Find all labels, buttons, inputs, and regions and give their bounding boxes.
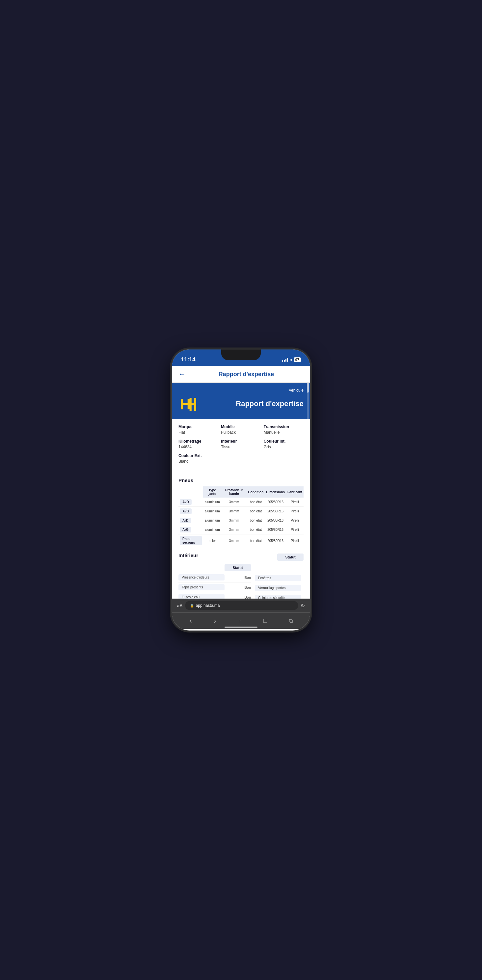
tire-type-jante: aluminium [203, 507, 221, 516]
tire-type-jante: aluminium [203, 498, 221, 507]
hero-report-title: Rapport d'expertise [201, 399, 303, 408]
status-icons: ≈ 97 [282, 357, 301, 362]
interior-value: Bon [225, 595, 251, 599]
scroll-indicator [307, 383, 309, 419]
interior-left-col: Statut Présence d'odeurs Bon Tapis prése… [179, 564, 251, 598]
interior-label: Fuites d'eau [179, 594, 225, 598]
pneus-section: Pneus Type jante Profondeur bande Condit… [172, 477, 310, 552]
interior-right-row: Fenêtres Bon [255, 573, 310, 583]
info-transmission: Transmission Manuelle [264, 425, 303, 435]
interior-section: Intérieur Statut Statut Présence d'odeur… [172, 552, 310, 598]
tire-type-jante: acier [203, 535, 221, 547]
browser-aa-button[interactable]: aA [177, 603, 183, 608]
tire-condition: bon état [247, 507, 265, 516]
tire-dimensions: 205/80R16 [265, 535, 286, 547]
interior-left-row: Tapis présents Bon [179, 582, 251, 592]
tire-label: ArD [180, 518, 191, 523]
tire-profondeur: 3mmm [221, 516, 247, 525]
col-type-jante: Type jante [203, 486, 221, 498]
interior-left-row: Fuites d'eau Bon [179, 592, 251, 598]
nav-tabs-button[interactable]: ⧉ [285, 616, 297, 627]
company-logo: H [179, 395, 201, 413]
tire-label: Pneu secours [180, 536, 202, 545]
info-interieur: Intérieur Tissu [221, 439, 261, 450]
tire-profondeur: 3mmm [221, 535, 247, 547]
tire-dimensions: 205/80R16 [265, 516, 286, 525]
interior-right-col: Fenêtres Bon Verrouillage portes Bon Cei… [255, 564, 310, 598]
home-indicator [225, 627, 257, 628]
info-couleur-int: Couleur Int. Gris [264, 439, 303, 450]
col-profondeur: Profondeur bande [221, 486, 247, 498]
wifi-icon: ≈ [290, 357, 292, 362]
reload-button[interactable]: ↻ [301, 603, 305, 609]
tire-row: AvD aluminium 3mmm bon état 205/80R16 Pi… [179, 498, 303, 507]
back-button[interactable]: ← [179, 370, 186, 379]
lock-icon: 🔒 [190, 604, 194, 608]
nav-back-button[interactable]: ‹ [185, 614, 196, 628]
tire-type-jante: aluminium [203, 516, 221, 525]
interior-title: Intérieur [179, 552, 198, 558]
tires-table: Type jante Profondeur bande Condition Di… [179, 486, 303, 547]
tire-dimensions: 205/80R16 [265, 525, 286, 535]
tire-label: AvD [180, 499, 192, 505]
svg-text:H: H [180, 396, 191, 413]
nav-forward-button[interactable]: › [210, 614, 220, 628]
col-condition: Condition [247, 486, 265, 498]
vehicle-info-section: Marque Fiat Modèle Fullback Transmission… [172, 419, 310, 477]
phone-frame: 11:14 ≈ 97 ← Rapport d'expertise véhicul… [172, 350, 310, 630]
tire-label: AvG [180, 508, 192, 514]
interior-label: Tapis présents [179, 584, 225, 590]
notch [221, 350, 261, 360]
tire-fabricant: Pirelli [286, 498, 303, 507]
tire-condition: bon état [247, 498, 265, 507]
interior-right-row: Ceintures sécurité Bon [255, 593, 310, 598]
tire-condition: bon état [247, 516, 265, 525]
info-modele: Modèle Fullback [221, 425, 261, 435]
pneus-title: Pneus [179, 477, 303, 483]
app-header: ← Rapport d'expertise [172, 366, 310, 383]
tire-fabricant: Pirelli [286, 525, 303, 535]
tire-fabricant: Pirelli [286, 516, 303, 525]
interior-value: Bon [225, 576, 251, 579]
interior-two-col: Statut Présence d'odeurs Bon Tapis prése… [179, 564, 303, 598]
divider-1 [179, 468, 303, 468]
col-fabricant: Fabricant [286, 486, 303, 498]
nav-share-button[interactable]: ↑ [234, 614, 245, 627]
statut-header-right: Statut [277, 554, 303, 561]
tire-row: ArG aluminium 3mmm bon état 205/80R16 Pi… [179, 525, 303, 535]
status-time: 11:14 [181, 356, 195, 363]
interior-right-items: Fenêtres Bon Verrouillage portes Bon Cei… [255, 573, 310, 598]
interior-value: Bon [301, 586, 310, 590]
interior-label: Ceintures sécurité [255, 595, 301, 598]
tire-label: ArG [180, 527, 191, 533]
tire-row: ArD aluminium 3mmm bon état 205/80R16 Pi… [179, 516, 303, 525]
statut-header-left: Statut [225, 564, 251, 571]
page-title: Rapport d'expertise [189, 371, 303, 378]
url-bar[interactable]: 🔒 app.hasta.ma [185, 601, 298, 610]
status-bar: 11:14 ≈ 97 [172, 350, 310, 366]
tire-profondeur: 3mmm [221, 498, 247, 507]
interior-right-row: Verrouillage portes Bon [255, 583, 310, 593]
scroll-container[interactable]: véhicule H Rapport d'expertise [172, 383, 310, 598]
info-kilometrage: Kilométrage 144634 [179, 439, 218, 450]
interior-left-items: Présence d'odeurs Bon Tapis présents Bon… [179, 573, 251, 598]
tire-dimensions: 205/80R16 [265, 507, 286, 516]
tire-row: AvG aluminium 3mmm bon état 205/80R16 Pi… [179, 507, 303, 516]
tire-dimensions: 205/80R16 [265, 498, 286, 507]
hero-section: véhicule H Rapport d'expertise [172, 383, 310, 419]
info-marque: Marque Fiat [179, 425, 218, 435]
nav-bookmarks-button[interactable]: □ [259, 615, 271, 627]
tire-profondeur: 3mmm [221, 507, 247, 516]
url-text: app.hasta.ma [196, 603, 220, 608]
hero-vehicle-label: véhicule [179, 388, 303, 393]
tire-type-jante: aluminium [203, 525, 221, 535]
interior-value: Bon [301, 576, 310, 580]
tire-profondeur: 3mmm [221, 525, 247, 535]
tire-condition: bon état [247, 535, 265, 547]
tire-fabricant: Pirelli [286, 507, 303, 516]
col-dimensions: Dimensions [265, 486, 286, 498]
interior-label: Verrouillage portes [255, 585, 301, 591]
interior-left-row: Présence d'odeurs Bon [179, 573, 251, 582]
tire-row: Pneu secours acier 3mmm bon état 205/80R… [179, 535, 303, 547]
tire-fabricant: Pirelli [286, 535, 303, 547]
